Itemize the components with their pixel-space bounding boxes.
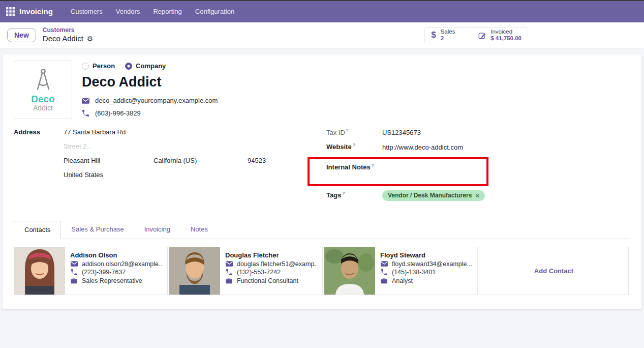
sheet-background: Deco Addict Person Company Deco Addict	[0, 48, 644, 309]
contact-job: Sales Representative	[82, 277, 142, 284]
contact-phone[interactable]: (132)-553-7242	[237, 269, 281, 276]
radio-person-label: Person	[93, 62, 115, 70]
address-label: Address	[14, 128, 64, 136]
radio-company[interactable]: Company	[125, 62, 166, 70]
radio-person-circle[interactable]	[82, 63, 89, 70]
phone-icon	[380, 269, 388, 275]
website-label: Website?	[326, 142, 382, 151]
app-name[interactable]: Invoicing	[19, 7, 53, 16]
nav-menu-vendors[interactable]: Vendors	[109, 5, 147, 18]
address-country[interactable]: United States	[64, 171, 308, 179]
envelope-icon	[380, 261, 388, 267]
contact-photo	[169, 247, 220, 295]
top-navbar: Invoicing Customers Vendors Reporting Co…	[0, 0, 644, 22]
stat-buttons: $ Sales 2 Invoiced $ 41,750.00	[424, 27, 528, 43]
address-street[interactable]: 77 Santa Barbara Rd	[64, 128, 308, 136]
contact-photo	[14, 247, 65, 295]
new-button[interactable]: New	[7, 28, 36, 42]
sales-stat-button[interactable]: $ Sales 2	[425, 28, 472, 43]
address-street2-input[interactable]: Street 2...	[64, 142, 308, 150]
contact-phone[interactable]: (223)-399-7637	[82, 269, 126, 276]
sales-stat-value: 2	[441, 35, 455, 42]
tab-notes[interactable]: Notes	[180, 221, 218, 239]
tax-id-value[interactable]: US12345673	[382, 129, 421, 136]
tax-id-label: Tax ID?	[326, 128, 382, 136]
invoiced-stat-label: Invoiced	[490, 28, 522, 35]
briefcase-icon	[380, 278, 388, 284]
contact-card[interactable]: Floyd Steward floyd.steward34@example...…	[324, 247, 478, 295]
tag-vendor-desk-manufacturers[interactable]: Vendor / Desk Manufacturers ×	[382, 190, 485, 201]
briefcase-icon	[70, 278, 78, 284]
contacts-list: Addison Olson addison.olson28@example...…	[14, 239, 630, 295]
briefcase-icon	[225, 278, 233, 284]
contact-card[interactable]: Douglas Fletcher douglas.fletcher51@exam…	[169, 247, 323, 295]
address-state[interactable]: California (US)	[154, 157, 248, 164]
help-icon: ?	[372, 163, 375, 168]
address-zip[interactable]: 94523	[248, 157, 308, 164]
tab-contacts[interactable]: Contacts	[14, 221, 61, 239]
add-contact-button[interactable]: Add Contact	[479, 247, 629, 295]
nav-menu-reporting[interactable]: Reporting	[146, 5, 188, 18]
envelope-icon	[225, 261, 233, 267]
tags-label: Tags?	[326, 191, 382, 199]
partner-phone[interactable]: (603)-996-3829	[95, 109, 141, 117]
contact-name: Douglas Fletcher	[225, 251, 317, 259]
dollar-icon: $	[431, 30, 436, 40]
phone-icon	[82, 110, 89, 117]
radio-company-circle[interactable]	[125, 63, 132, 70]
contact-phone[interactable]: (145)-138-3401	[392, 269, 436, 276]
tag-remove-icon[interactable]: ×	[475, 192, 479, 199]
nav-menu-customers[interactable]: Customers	[64, 5, 109, 18]
address-section: Address 77 Santa Barbara Rd Street 2... …	[14, 128, 308, 207]
envelope-icon	[70, 261, 78, 267]
invoiced-stat-value: $ 41,750.00	[490, 35, 522, 42]
tab-invoicing[interactable]: Invoicing	[134, 221, 180, 239]
help-icon: ?	[353, 142, 356, 148]
partner-name[interactable]: Deco Addict	[82, 74, 218, 90]
contact-email[interactable]: floyd.steward34@example....	[392, 260, 472, 268]
company-type-selector: Person Company	[82, 61, 218, 70]
logo-text-deco: Deco	[31, 94, 54, 104]
details-section: Tax ID? US12345673 Website? http://www.d…	[308, 128, 488, 207]
edit-pencil-icon	[478, 31, 486, 40]
breadcrumb-current: Deco Addict	[43, 34, 83, 43]
address-city[interactable]: Pleasant Hill	[64, 157, 154, 164]
radio-person[interactable]: Person	[82, 62, 115, 70]
gear-icon[interactable]: ⚙	[87, 35, 94, 43]
contact-email[interactable]: addison.olson28@example....	[82, 260, 162, 268]
phone-icon	[225, 269, 233, 275]
tab-sales-purchase[interactable]: Sales & Purchase	[61, 221, 134, 239]
partner-form-sheet: Deco Addict Person Company Deco Addict	[3, 54, 641, 309]
help-icon: ?	[342, 191, 345, 196]
contact-name: Floyd Steward	[380, 251, 472, 259]
envelope-icon	[82, 98, 89, 104]
contact-name: Addison Olson	[70, 251, 162, 259]
website-value[interactable]: http://www.deco-addict.com	[382, 143, 463, 151]
contact-job: Analyst	[392, 277, 413, 284]
compass-icon	[30, 68, 56, 92]
nav-menu-configuration[interactable]: Configuration	[189, 5, 241, 18]
notebook-tabs: Contacts Sales & Purchase Invoicing Note…	[14, 221, 630, 239]
partner-email[interactable]: deco_addict@yourcompany.example.com	[95, 97, 218, 104]
company-logo[interactable]: Deco Addict	[14, 61, 72, 119]
contact-photo	[324, 247, 375, 295]
radio-company-label: Company	[136, 62, 166, 70]
invoiced-stat-button[interactable]: Invoiced $ 41,750.00	[472, 28, 528, 43]
sales-stat-label: Sales	[441, 28, 455, 35]
apps-grid-icon[interactable]	[6, 7, 15, 16]
internal-notes-label: Internal Notes?	[326, 163, 374, 171]
logo-text-addict: Addict	[33, 104, 53, 112]
phone-icon	[70, 269, 78, 275]
control-panel: New Customers Deco Addict ⚙ $ Sales 2 In…	[0, 22, 644, 48]
breadcrumb-parent-link[interactable]: Customers	[43, 27, 94, 34]
breadcrumb: Customers Deco Addict ⚙	[43, 27, 94, 43]
contact-email[interactable]: douglas.fletcher51@examp...	[237, 260, 317, 268]
contact-job: Functional Consultant	[237, 277, 298, 284]
annotation-highlight-box: Internal Notes?	[308, 157, 488, 186]
contact-card[interactable]: Addison Olson addison.olson28@example...…	[14, 247, 168, 295]
help-icon: ?	[346, 128, 349, 133]
